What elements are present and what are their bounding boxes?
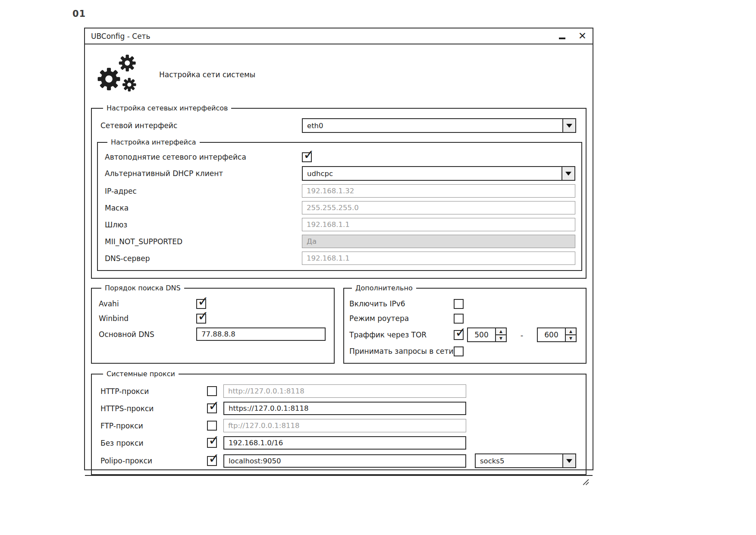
http-proxy-input[interactable] xyxy=(223,384,466,398)
polipo-protocol-value: socks5 xyxy=(476,454,562,467)
tor-row: Траффик через TOR ✓ 500 ▲ ▼ - 600 xyxy=(349,327,580,342)
router-mode-label: Режим роутера xyxy=(349,314,454,323)
winbind-row: Winbind ✓ xyxy=(99,313,324,324)
dialog-subtitle: Настройка сети системы xyxy=(159,70,255,79)
check-icon: ✓ xyxy=(455,324,466,340)
avahi-checkbox[interactable]: ✓ xyxy=(196,299,206,309)
dns-server-input[interactable] xyxy=(302,252,575,265)
primary-dns-input[interactable] xyxy=(196,327,326,341)
minimize-icon xyxy=(559,38,565,39)
ip-label: IP-адрес xyxy=(105,187,302,195)
auto-up-checkbox[interactable]: ✓ xyxy=(302,152,312,162)
https-proxy-checkbox[interactable]: ✓ xyxy=(207,403,217,413)
window-body: Настройка сети системы Настройка сетевых… xyxy=(85,44,593,475)
interface-combo-button[interactable] xyxy=(562,119,575,132)
mii-row: MII_NOT_SUPPORTED xyxy=(105,235,575,248)
polipo-proxy-checkbox[interactable]: ✓ xyxy=(207,456,217,466)
check-icon: ✓ xyxy=(208,432,220,448)
tor-port-from-buttons: ▲ ▼ xyxy=(495,328,506,341)
chevron-down-icon xyxy=(565,172,571,176)
close-icon: ✕ xyxy=(578,30,587,41)
polipo-proxy-label: Polipo-прокси xyxy=(100,456,207,465)
group-system-proxies-title: Системные прокси xyxy=(103,370,179,378)
tor-port-to-spinner[interactable]: 600 ▲ ▼ xyxy=(537,327,577,342)
spin-up-icon[interactable]: ▲ xyxy=(496,328,506,334)
minimize-button[interactable] xyxy=(559,32,565,41)
ip-input[interactable] xyxy=(302,184,575,198)
tor-port-from-spinner[interactable]: 500 ▲ ▼ xyxy=(467,327,507,342)
tor-checkbox[interactable]: ✓ xyxy=(454,330,464,340)
window-title: UBConfig - Сеть xyxy=(91,32,151,41)
interface-row: Сетевой интерфейс eth0 xyxy=(100,118,576,133)
accept-requests-label: Принимать запросы в сети xyxy=(349,347,454,356)
page-number: 01 xyxy=(72,9,86,19)
ftp-proxy-input[interactable] xyxy=(223,419,466,432)
ipv6-checkbox[interactable]: ✓ xyxy=(454,299,464,309)
dhcp-client-label: Альтернативный DHCP клиент xyxy=(105,169,302,178)
interface-combo-value: eth0 xyxy=(303,119,562,132)
dns-server-label: DNS-сервер xyxy=(105,254,302,263)
no-proxy-checkbox[interactable]: ✓ xyxy=(207,438,217,448)
ftp-proxy-checkbox[interactable]: ✓ xyxy=(207,421,217,431)
https-proxy-label: HTTPS-прокси xyxy=(100,404,207,413)
no-proxy-input[interactable] xyxy=(223,436,466,450)
gateway-label: Шлюз xyxy=(105,220,302,229)
polipo-proxy-input[interactable] xyxy=(223,454,466,468)
ipv6-label: Включить IPv6 xyxy=(349,299,454,308)
titlebar[interactable]: UBConfig - Сеть ✕ xyxy=(85,28,593,44)
auto-up-label: Автоподнятие сетевого интерфейса xyxy=(105,153,302,161)
check-icon: ✓ xyxy=(208,450,220,466)
http-proxy-label: HTTP-прокси xyxy=(100,387,207,396)
close-button[interactable]: ✕ xyxy=(578,31,587,41)
accept-requests-checkbox[interactable]: ✓ xyxy=(454,346,464,356)
accept-requests-row: Принимать запросы в сети ✓ xyxy=(349,346,580,357)
dhcp-client-combo-button[interactable] xyxy=(562,167,574,180)
ip-row: IP-адрес xyxy=(105,184,575,198)
https-proxy-input[interactable] xyxy=(223,402,466,415)
group-dns-order: Порядок поиска DNS Avahi ✓ Winbind ✓ Осн… xyxy=(91,284,335,364)
primary-dns-label: Основной DNS xyxy=(99,330,196,339)
middle-groups: Порядок поиска DNS Avahi ✓ Winbind ✓ Осн… xyxy=(91,284,587,364)
primary-dns-row: Основной DNS xyxy=(99,327,324,341)
polipo-proxy-row: Polipo-прокси ✓ socks5 xyxy=(100,453,576,468)
router-mode-row: Режим роутера ✓ xyxy=(349,313,580,324)
no-proxy-label: Без прокси xyxy=(100,439,207,447)
mask-row: Маска xyxy=(105,201,575,214)
mask-input[interactable] xyxy=(302,201,575,214)
http-proxy-row: HTTP-прокси ✓ xyxy=(100,384,576,398)
dhcp-client-combo-value: udhcpc xyxy=(303,167,562,180)
winbind-checkbox[interactable]: ✓ xyxy=(196,314,206,324)
ubconfig-window: UBConfig - Сеть ✕ xyxy=(84,28,593,470)
avahi-label: Avahi xyxy=(99,299,196,308)
resize-grip[interactable] xyxy=(582,478,589,485)
ftp-proxy-label: FTP-прокси xyxy=(100,422,207,430)
spin-down-icon[interactable]: ▼ xyxy=(566,334,576,341)
spin-down-icon[interactable]: ▼ xyxy=(496,334,506,341)
winbind-label: Winbind xyxy=(99,314,196,323)
check-icon: ✓ xyxy=(303,147,314,162)
group-interface-settings-title: Настройка интерфейса xyxy=(107,138,200,146)
https-proxy-row: HTTPS-прокси ✓ xyxy=(100,402,576,415)
page-canvas: 01 UBConfig - Сеть ✕ xyxy=(0,0,756,535)
router-mode-checkbox[interactable]: ✓ xyxy=(454,314,464,324)
mii-input xyxy=(302,235,575,248)
group-additional: Дополнительно Включить IPv6 ✓ Режим роут… xyxy=(343,284,587,364)
group-system-proxies: Системные прокси HTTP-прокси ✓ HTTPS-про… xyxy=(91,370,587,475)
dns-server-row: DNS-сервер xyxy=(105,252,575,265)
interface-combo[interactable]: eth0 xyxy=(302,118,576,133)
dhcp-client-combo[interactable]: udhcpc xyxy=(302,166,575,181)
group-interface-settings: Настройка интерфейса Автоподнятие сетево… xyxy=(97,138,582,271)
avahi-row: Avahi ✓ xyxy=(99,298,324,309)
tor-label: Траффик через TOR xyxy=(349,330,454,339)
group-dns-order-title: Порядок поиска DNS xyxy=(101,284,184,292)
spin-up-icon[interactable]: ▲ xyxy=(566,328,576,334)
auto-up-row: Автоподнятие сетевого интерфейса ✓ xyxy=(105,151,575,163)
chevron-down-icon xyxy=(566,459,572,463)
gateway-row: Шлюз xyxy=(105,218,575,231)
polipo-protocol-combo-button[interactable] xyxy=(562,454,575,467)
statusbar xyxy=(85,475,593,487)
gateway-input[interactable] xyxy=(302,218,575,231)
check-icon: ✓ xyxy=(198,293,209,309)
polipo-protocol-combo[interactable]: socks5 xyxy=(475,453,576,468)
http-proxy-checkbox[interactable]: ✓ xyxy=(207,386,217,396)
